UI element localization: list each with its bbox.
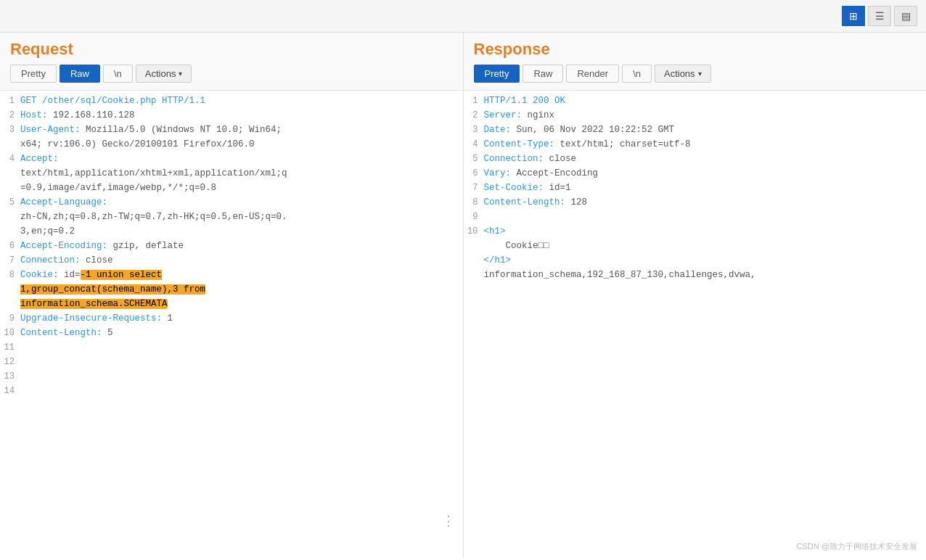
request-line-4: 4 Accept: text/html,application/xhtml+xm… — [0, 152, 463, 195]
response-line-6: 6 Vary: Accept-Encoding — [464, 166, 927, 181]
response-line-10b: Cookie□□ — [464, 239, 927, 253]
request-tab-raw[interactable]: Raw — [60, 65, 100, 83]
response-line-2: 2 Server: nginx — [464, 108, 927, 123]
response-line-8: 8 Content-Length: 128 — [464, 195, 927, 210]
panels: Request Pretty Raw \n Actions ▾ 1 GET /o… — [0, 33, 926, 558]
split-view-btn[interactable]: ⊞ — [842, 6, 865, 26]
request-line-10: 10 Content-Length: 5 — [0, 326, 463, 340]
response-line-9: 9 — [464, 210, 927, 224]
request-line-5: 5 Accept-Language: zh-CN,zh;q=0.8,zh-TW;… — [0, 195, 463, 239]
top-bar: ⊞ ☰ ▤ — [0, 0, 926, 33]
response-line-1: 1 HTTP/1.1 200 OK — [464, 94, 927, 108]
actions-label: Actions — [145, 68, 176, 79]
request-line-14: 14 — [0, 384, 463, 398]
request-line-11: 11 — [0, 340, 463, 355]
response-title: Response — [474, 40, 917, 59]
response-header: Response Pretty Raw Render \n Actions ▾ — [464, 33, 927, 91]
request-header: Request Pretty Raw \n Actions ▾ — [0, 33, 463, 91]
response-actions-label: Actions — [664, 68, 695, 79]
request-line-2: 2 Host: 192.168.110.128 — [0, 108, 463, 123]
view-toggle: ⊞ ☰ ▤ — [842, 6, 917, 26]
response-panel: Response Pretty Raw Render \n Actions ▾ … — [464, 33, 927, 558]
response-line-10c: </h1> — [464, 253, 927, 268]
request-content[interactable]: 1 GET /other/sql/Cookie.php HTTP/1.1 2 H… — [0, 91, 463, 558]
response-line-4: 4 Content-Type: text/html; charset=utf-8 — [464, 137, 927, 152]
response-tab-raw[interactable]: Raw — [523, 65, 563, 83]
response-line-3: 3 Date: Sun, 06 Nov 2022 10:22:52 GMT — [464, 123, 927, 137]
response-line-5: 5 Connection: close — [464, 152, 927, 166]
request-line-8: 8 Cookie: id=-1 union select 1,group_con… — [0, 268, 463, 311]
response-actions-btn[interactable]: Actions ▾ — [655, 65, 711, 83]
request-line-1: 1 GET /other/sql/Cookie.php HTTP/1.1 — [0, 94, 463, 108]
response-tab-render[interactable]: Render — [566, 65, 619, 83]
request-tab-pretty[interactable]: Pretty — [10, 65, 57, 83]
response-chevron-down-icon: ▾ — [698, 70, 702, 78]
response-line-10d: information_schema,192_168_87_130,challe… — [464, 268, 927, 282]
response-tab-pretty[interactable]: Pretty — [474, 65, 520, 83]
request-toolbar: Pretty Raw \n Actions ▾ — [10, 65, 453, 83]
request-line-3: 3 User-Agent: Mozilla/5.0 (Windows NT 10… — [0, 123, 463, 152]
more-options-icon: ⋮ — [442, 513, 454, 529]
grid-view-btn[interactable]: ▤ — [894, 6, 917, 26]
response-line-10a: 10 <h1> — [464, 224, 927, 239]
request-actions-btn[interactable]: Actions ▾ — [136, 65, 192, 83]
request-title: Request — [10, 40, 453, 59]
list-view-btn[interactable]: ☰ — [868, 6, 891, 26]
request-line-6: 6 Accept-Encoding: gzip, deflate — [0, 239, 463, 253]
request-line-9: 9 Upgrade-Insecure-Requests: 1 — [0, 311, 463, 326]
request-panel: Request Pretty Raw \n Actions ▾ 1 GET /o… — [0, 33, 464, 558]
request-tab-newline[interactable]: \n — [103, 65, 133, 83]
response-line-7: 7 Set-Cookie: id=1 — [464, 181, 927, 195]
response-tab-newline[interactable]: \n — [622, 65, 652, 83]
chevron-down-icon: ▾ — [179, 70, 182, 78]
watermark: CSDN @致力于网络技术安全发展 — [797, 541, 917, 552]
request-line-12: 12 — [0, 355, 463, 369]
request-line-7: 7 Connection: close — [0, 253, 463, 268]
request-line-13: 13 — [0, 369, 463, 384]
response-toolbar: Pretty Raw Render \n Actions ▾ — [474, 65, 917, 83]
response-content[interactable]: 1 HTTP/1.1 200 OK 2 Server: nginx 3 Date… — [464, 91, 927, 558]
